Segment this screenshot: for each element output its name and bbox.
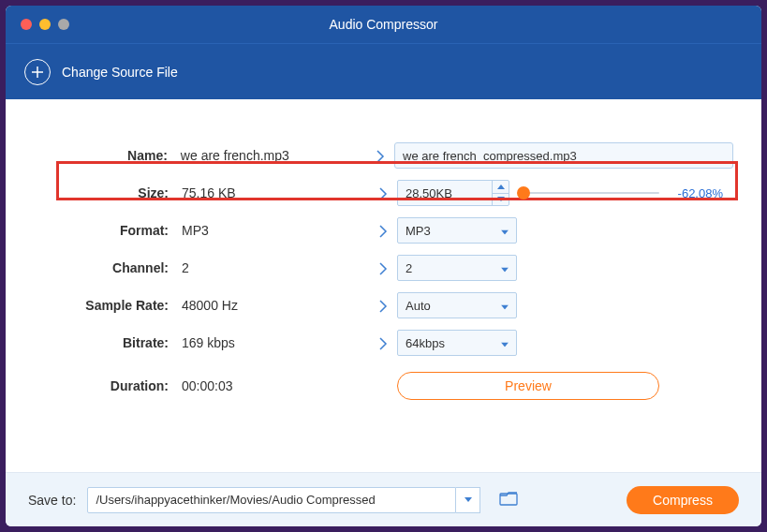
sample-rate-label: Sample Rate: <box>34 298 182 313</box>
channel-selected: 2 <box>406 261 412 275</box>
sample-rate-original: 48000 Hz <box>182 298 369 313</box>
duration-value: 00:00:03 <box>182 378 369 393</box>
size-original: 75.16 KB <box>182 185 369 200</box>
size-slider-group: -62.08% <box>519 186 723 200</box>
save-path-group <box>87 487 480 513</box>
name-label: Name: <box>34 148 181 163</box>
content-area: Name: we are french.mp3 Size: 75.16 KB 2… <box>6 99 761 472</box>
maximize-window-button[interactable] <box>58 19 69 30</box>
size-slider[interactable] <box>519 192 659 194</box>
window-controls <box>21 19 69 30</box>
app-title: Audio Compressor <box>6 17 761 32</box>
arrow-icon <box>369 259 397 276</box>
output-name-input[interactable] <box>394 142 733 169</box>
channel-original: 2 <box>182 260 369 275</box>
chevron-down-icon <box>501 299 509 313</box>
size-stepper[interactable]: 28.50KB <box>397 180 509 206</box>
change-source-label: Change Source File <box>62 65 178 80</box>
preview-button[interactable]: Preview <box>397 372 659 400</box>
format-row: Format: MP3 MP3 <box>34 212 733 249</box>
arrow-icon <box>369 297 397 314</box>
format-original: MP3 <box>182 223 369 238</box>
save-path-input[interactable] <box>87 487 456 513</box>
bitrate-original: 169 kbps <box>182 335 369 350</box>
size-label: Size: <box>34 185 182 200</box>
chevron-down-icon <box>501 336 509 350</box>
compress-button[interactable]: Compress <box>627 486 739 514</box>
bitrate-label: Bitrate: <box>34 335 182 350</box>
arrow-icon <box>369 334 397 351</box>
minimize-window-button[interactable] <box>39 19 51 30</box>
compress-label: Compress <box>653 493 713 508</box>
format-selected: MP3 <box>406 224 431 238</box>
name-row: Name: we are french.mp3 <box>34 137 733 174</box>
sample-rate-row: Sample Rate: 48000 Hz Auto <box>34 287 733 324</box>
change-source-button[interactable]: Change Source File <box>24 59 178 85</box>
preview-label: Preview <box>505 378 552 393</box>
close-window-button[interactable] <box>21 19 32 30</box>
channel-row: Channel: 2 2 <box>34 249 733 287</box>
size-output-value: 28.50KB <box>398 181 492 205</box>
arrow-icon <box>369 222 397 239</box>
arrow-icon <box>369 185 397 201</box>
bitrate-row: Bitrate: 169 kbps 64kbps <box>34 324 733 362</box>
format-dropdown[interactable]: MP3 <box>397 217 517 244</box>
size-step-down[interactable] <box>493 194 509 206</box>
sample-rate-dropdown[interactable]: Auto <box>397 292 517 318</box>
save-path-dropdown[interactable] <box>456 487 480 513</box>
open-folder-button[interactable] <box>499 491 518 510</box>
channel-label: Channel: <box>34 260 182 275</box>
size-delta-percent: -62.08% <box>667 186 723 200</box>
name-original: we are french.mp3 <box>181 148 366 163</box>
chevron-down-icon <box>501 261 509 275</box>
size-step-up[interactable] <box>493 181 509 194</box>
toolbar: Change Source File <box>6 43 761 99</box>
save-to-label: Save to: <box>28 493 76 508</box>
app-window: Audio Compressor Change Source File Name… <box>6 6 761 526</box>
sample-rate-selected: Auto <box>406 299 431 313</box>
size-slider-thumb[interactable] <box>517 186 530 200</box>
bitrate-selected: 64kbps <box>406 336 445 350</box>
titlebar: Audio Compressor <box>6 6 761 43</box>
channel-dropdown[interactable]: 2 <box>397 255 517 281</box>
chevron-down-icon <box>501 224 509 238</box>
arrow-icon <box>366 147 394 164</box>
duration-row: Duration: 00:00:03 Preview <box>34 367 733 405</box>
format-label: Format: <box>34 223 182 238</box>
footer: Save to: Compress <box>6 472 761 526</box>
duration-label: Duration: <box>34 378 182 393</box>
bitrate-dropdown[interactable]: 64kbps <box>397 330 517 356</box>
plus-circle-icon <box>24 59 51 85</box>
size-row: Size: 75.16 KB 28.50KB -62.08% <box>34 174 733 212</box>
folder-icon <box>499 491 518 510</box>
